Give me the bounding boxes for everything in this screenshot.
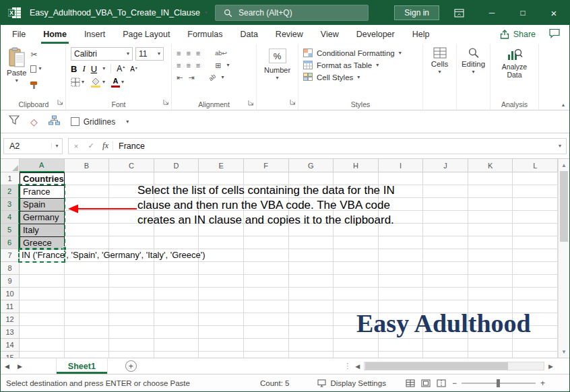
cell-D9[interactable] xyxy=(154,275,199,288)
cell-G9[interactable] xyxy=(289,275,334,288)
tab-file[interactable]: File xyxy=(3,25,34,44)
cell-C13[interactable] xyxy=(109,326,154,339)
cell-E12[interactable] xyxy=(199,313,244,326)
cell-K8[interactable] xyxy=(468,262,513,275)
minimize-button[interactable]: ─ xyxy=(476,1,507,25)
cell-D15[interactable] xyxy=(154,352,199,358)
increase-indent-button[interactable]: ⇥ xyxy=(188,74,194,81)
tab-home[interactable]: Home xyxy=(34,25,75,44)
cell-J4[interactable] xyxy=(423,211,468,224)
column-header-G[interactable]: G xyxy=(289,159,334,172)
cell-E11[interactable] xyxy=(199,300,244,313)
cell-L8[interactable] xyxy=(513,262,558,275)
cell-G14[interactable] xyxy=(289,339,334,352)
cell-D2[interactable] xyxy=(154,185,199,198)
cell-K9[interactable] xyxy=(468,275,513,288)
cell-H2[interactable] xyxy=(334,185,379,198)
cell-C12[interactable] xyxy=(109,313,154,326)
orientation-button[interactable]: ab xyxy=(208,73,217,82)
row-header-5[interactable]: 5 xyxy=(1,224,20,236)
cell-H11[interactable] xyxy=(334,300,379,313)
cell-G15[interactable] xyxy=(289,352,334,358)
confirm-entry-icon[interactable]: ✓ xyxy=(84,141,98,150)
cell-C15[interactable] xyxy=(109,352,154,358)
cell-D1[interactable] xyxy=(154,172,199,185)
cell-C6[interactable] xyxy=(109,236,154,249)
cell-H10[interactable] xyxy=(334,288,379,300)
cell-D14[interactable] xyxy=(154,339,199,352)
merge-center-button[interactable]: ⊞ xyxy=(215,62,221,69)
cell-H4[interactable] xyxy=(334,211,379,224)
cell-I15[interactable] xyxy=(379,352,424,358)
cell-G1[interactable] xyxy=(289,172,334,185)
row-header-15[interactable]: 15 xyxy=(1,352,20,358)
cell-F10[interactable] xyxy=(244,288,289,300)
hscroll-thumb[interactable] xyxy=(365,362,508,370)
cell-B3[interactable] xyxy=(65,198,110,211)
toolbar-overflow-caret-icon[interactable]: ▾ xyxy=(126,119,129,125)
font-size-select[interactable]: 11▾ xyxy=(135,47,164,61)
cell-styles-button[interactable]: Cell Styles ▾ xyxy=(303,73,418,81)
column-header-K[interactable]: K xyxy=(468,159,513,172)
cell-B15[interactable] xyxy=(65,352,110,358)
cells-button[interactable]: Cells ▾ xyxy=(428,47,451,75)
cell-F4[interactable] xyxy=(244,211,289,224)
ribbon-display-options-icon[interactable] xyxy=(454,9,464,18)
cell-K3[interactable] xyxy=(468,198,513,211)
cell-C7[interactable] xyxy=(109,249,154,262)
tab-developer[interactable]: Developer xyxy=(348,25,404,44)
cancel-entry-icon[interactable]: × xyxy=(69,142,84,150)
cell-I2[interactable] xyxy=(379,185,424,198)
underline-caret-icon[interactable]: ▾ xyxy=(102,66,105,71)
cell-B1[interactable] xyxy=(65,172,110,185)
cell-A8[interactable] xyxy=(20,262,65,275)
cell-G13[interactable] xyxy=(289,326,334,339)
cell-A5-text[interactable]: Italy xyxy=(20,224,64,237)
row-header-9[interactable]: 9 xyxy=(1,275,20,288)
cell-B2[interactable] xyxy=(65,185,110,198)
cell-H1[interactable] xyxy=(334,172,379,185)
cell-J6[interactable] xyxy=(423,236,468,249)
column-header-F[interactable]: F xyxy=(244,159,289,172)
cell-J3[interactable] xyxy=(423,198,468,211)
gridlines-checkbox[interactable] xyxy=(71,117,80,126)
cell-L12[interactable] xyxy=(513,313,558,326)
row-header-14[interactable]: 14 xyxy=(1,339,20,352)
row-header-3[interactable]: 3 xyxy=(1,198,20,211)
increase-font-button[interactable]: A▴ xyxy=(117,64,125,73)
cell-E3[interactable] xyxy=(199,198,244,211)
row-header-4[interactable]: 4 xyxy=(1,211,20,224)
cell-D13[interactable] xyxy=(154,326,199,339)
cell-F12[interactable] xyxy=(244,313,289,326)
cell-F3[interactable] xyxy=(244,198,289,211)
cell-I3[interactable] xyxy=(379,198,424,211)
cell-J7[interactable] xyxy=(423,249,468,262)
cell-K1[interactable] xyxy=(468,172,513,185)
cell-I11[interactable] xyxy=(379,300,424,313)
cell-C8[interactable] xyxy=(109,262,154,275)
cell-G10[interactable] xyxy=(289,288,334,300)
cell-K14[interactable] xyxy=(468,339,513,352)
cell-I14[interactable] xyxy=(379,339,424,352)
zoom-slider-thumb[interactable] xyxy=(497,379,500,387)
cell-H15[interactable] xyxy=(334,352,379,358)
formula-input[interactable]: France xyxy=(113,141,554,151)
cell-F8[interactable] xyxy=(244,262,289,275)
display-settings-button[interactable]: Display Settings xyxy=(317,379,385,387)
new-sheet-button[interactable]: + xyxy=(125,360,137,372)
number-caret-icon[interactable]: ▾ xyxy=(276,75,278,81)
cell-I7[interactable] xyxy=(379,249,424,262)
cell-J14[interactable] xyxy=(423,339,468,352)
cell-I8[interactable] xyxy=(379,262,424,275)
column-header-J[interactable]: J xyxy=(423,159,468,172)
borders-button[interactable]: ▾ xyxy=(71,77,84,87)
cell-K5[interactable] xyxy=(468,224,513,236)
paste-button[interactable]: Paste ▾ xyxy=(7,47,26,99)
close-button[interactable]: × xyxy=(538,1,569,25)
cell-F5[interactable] xyxy=(244,224,289,236)
cell-F1[interactable] xyxy=(244,172,289,185)
cell-C9[interactable] xyxy=(109,275,154,288)
cell-I10[interactable] xyxy=(379,288,424,300)
cell-L15[interactable] xyxy=(513,352,558,358)
sign-in-button[interactable]: Sign in xyxy=(394,5,439,20)
